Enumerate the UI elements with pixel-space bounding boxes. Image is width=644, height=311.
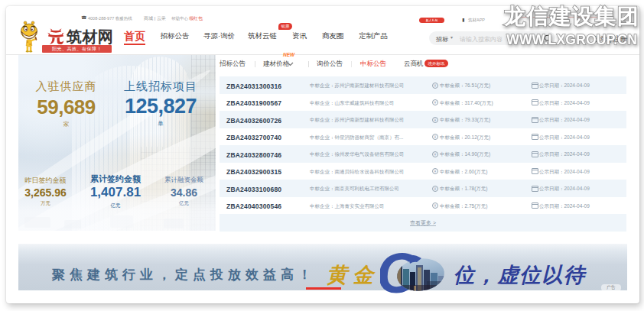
svg-text:WWW.LXGROUP.CN: WWW.LXGROUP.CN bbox=[506, 32, 637, 47]
svg-text:龙信建设集团: 龙信建设集团 bbox=[503, 4, 639, 28]
